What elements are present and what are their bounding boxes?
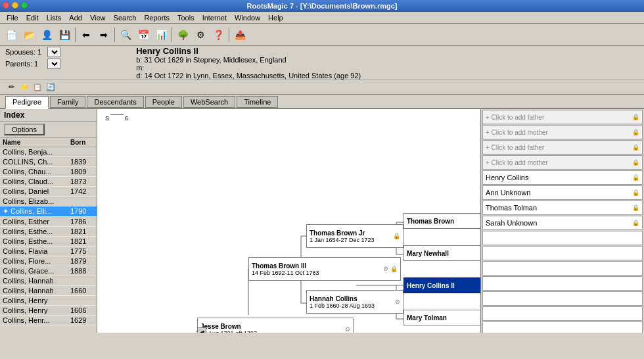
person-name: Henry Collins II (136, 46, 639, 56)
menu-help[interactable]: Help (264, 13, 287, 22)
thomas-brown-jr-node[interactable]: Thomas Brown Jr 1 Jan 1654-27 Dec 1723 🔒 (306, 224, 403, 248)
rp-henry-collins[interactable]: Henry Collins 🔒 (482, 170, 643, 185)
list-item-selected[interactable]: ✦ Collins, Elli...1790 (0, 206, 97, 217)
parents-label: Parents: 1 (5, 60, 45, 68)
rp-sarah-unknown[interactable]: Sarah Unknown 🔒 (482, 216, 643, 230)
person-header: Spouses: 1 Parents: 1 Henry Collins II b… (0, 46, 644, 80)
list-item[interactable]: Collins, Henry (0, 296, 97, 306)
tb2-chart-icon[interactable]: 📋 (32, 82, 43, 93)
tb2-refresh-icon[interactable]: 🔄 (45, 82, 57, 93)
export-button[interactable]: 📤 (231, 26, 248, 43)
report-button[interactable]: 📊 (152, 26, 170, 43)
save-button[interactable]: 💾 (56, 26, 73, 43)
rp-add-father-1[interactable]: + Click to add father 🔒 (482, 110, 643, 124)
rp-empty-3 (482, 261, 643, 275)
person-marriage: m: (136, 64, 639, 72)
toolbar-separator-1 (75, 28, 76, 42)
col-born-header: Born (70, 139, 94, 146)
close-button[interactable] (3, 2, 9, 9)
list-item[interactable]: Collins, Chau...1809 (0, 167, 97, 177)
rp-ann-unknown[interactable]: Ann Unknown 🔒 (482, 185, 643, 200)
henry-collins-ii-node[interactable]: Henry Collins II 🔒 ⚙ (403, 277, 481, 293)
menu-lists[interactable]: Lists (43, 13, 66, 22)
hannah-collins-node[interactable]: Hannah Collins 1 Feb 1660-28 Aug 1693 ⚙ (306, 290, 403, 314)
col-name-header: Name (3, 139, 70, 146)
rp-thomas-tolman[interactable]: Thomas Tolman 🔒 (482, 201, 643, 215)
new-button[interactable]: 📄 (3, 26, 20, 43)
right-panel: + Click to add father 🔒 + Click to add m… (481, 109, 644, 333)
rp-empty-7 (482, 322, 643, 333)
menu-reports[interactable]: Reports (140, 13, 173, 22)
menu-view[interactable]: View (86, 13, 110, 22)
tab-timeline[interactable]: Timeline (237, 96, 278, 108)
list-item[interactable]: Collins, Flavia1775 (0, 247, 97, 256)
minimize-button[interactable] (12, 2, 18, 9)
find-button[interactable]: 🔍 (117, 26, 134, 43)
thomas-iii-icon: ⚙ 🔒 (383, 266, 398, 272)
rp-am1-icon: 🔒 (632, 129, 639, 135)
menu-add[interactable]: Add (65, 13, 86, 22)
rp-add-mother-1[interactable]: + Click to add mother 🔒 (482, 125, 643, 139)
options-button[interactable]: Options (4, 124, 45, 135)
tab-family[interactable]: Family (50, 96, 85, 108)
rp-af1-icon: 🔒 (632, 114, 639, 120)
list-item[interactable]: Collins, Esthe...1821 (0, 227, 97, 237)
settings-button[interactable]: ⚙ (192, 26, 209, 43)
window-controls[interactable] (3, 2, 28, 9)
menu-tools[interactable]: Tools (173, 13, 198, 22)
rp-empty-6 (482, 306, 643, 321)
sidebar-list[interactable]: Collins, Benja... COLLINS, Ch...1839 Col… (0, 147, 97, 333)
list-item[interactable]: Collins, Grace...1888 (0, 266, 97, 276)
thomas-jr-icon: 🔒 (393, 233, 400, 239)
list-item[interactable]: Collins, Henr...1629 (0, 316, 97, 325)
tb2-edit-icon[interactable]: ✏ (5, 82, 17, 93)
mary-tolman-node[interactable]: Mary Tolman 🔒 (403, 310, 481, 325)
person-button[interactable]: 👤 (38, 26, 55, 43)
tree-button[interactable]: 🌳 (174, 26, 191, 43)
parents-select[interactable] (47, 59, 60, 69)
thomas-brown-iii-node[interactable]: Thomas Brown III 14 Feb 1692-11 Oct 1763… (248, 257, 401, 281)
rp-add-father-2[interactable]: + Click to add father 🔒 (482, 140, 643, 155)
rp-empty-4 (482, 276, 643, 291)
mary-newhall-node[interactable]: Mary Newhall 🔒 (403, 245, 481, 261)
rp-add-mother-2[interactable]: + Click to add mother 🔒 (482, 155, 643, 170)
list-item[interactable]: Collins, Hannah (0, 276, 97, 286)
rp-hc-icon: 🔒 (632, 174, 639, 181)
list-item[interactable]: Collins, Esther1786 (0, 217, 97, 227)
rp-af2-icon: 🔒 (632, 144, 639, 151)
list-item[interactable]: Collins, Flore...1879 (0, 256, 97, 266)
menu-window[interactable]: Window (231, 13, 264, 22)
calendar-button[interactable]: 📅 (135, 26, 152, 43)
menu-search[interactable]: Search (110, 13, 141, 22)
toolbar2: ✏ ⭐ 📋 🔄 (0, 80, 644, 95)
tab-people[interactable]: People (145, 96, 182, 108)
list-item[interactable]: Collins, Elizab... (0, 197, 97, 206)
open-button[interactable]: 📂 (20, 26, 37, 43)
list-item[interactable]: Collins, Benja... (0, 147, 97, 157)
menu-edit[interactable]: Edit (22, 13, 43, 22)
maximize-button[interactable] (21, 2, 28, 9)
generation-scale: S 6 (105, 114, 128, 122)
menu-file[interactable]: File (3, 13, 22, 22)
gen-6-label: 6 (125, 115, 128, 122)
list-item[interactable]: Collins, Henry1606 (0, 306, 97, 316)
help-button[interactable]: ❓ (210, 26, 227, 43)
forward-button[interactable]: ➡ (95, 26, 112, 43)
list-item[interactable]: Collins, Claud...1873 (0, 177, 97, 187)
thomas-brown-node[interactable]: Thomas Brown 🔒 (403, 213, 481, 229)
toolbar-separator-2 (114, 28, 115, 42)
list-item[interactable]: Collins, Daniel1742 (0, 187, 97, 197)
tab-websearch[interactable]: WebSearch (183, 96, 235, 108)
scroll-left-arrow[interactable]: ◀ (197, 327, 206, 333)
tab-descendants[interactable]: Descendants (87, 96, 143, 108)
tab-pedigree[interactable]: Pedigree (5, 96, 49, 109)
menu-internet[interactable]: Internet (198, 13, 231, 22)
list-item[interactable]: COLLINS, Ch...1839 (0, 157, 97, 167)
rp-tt-icon: 🔒 (632, 204, 639, 211)
list-item[interactable]: Collins, Esthe...1821 (0, 237, 97, 247)
spouses-select[interactable] (47, 47, 60, 57)
back-button[interactable]: ⬅ (78, 26, 95, 43)
list-item[interactable]: Collins, Hannah1660 (0, 286, 97, 296)
tb2-star-icon[interactable]: ⭐ (18, 82, 30, 93)
jesse-brown-node[interactable]: Jesse Brown 18 Aug 1731-aft 1797 ⚙ (197, 318, 354, 333)
